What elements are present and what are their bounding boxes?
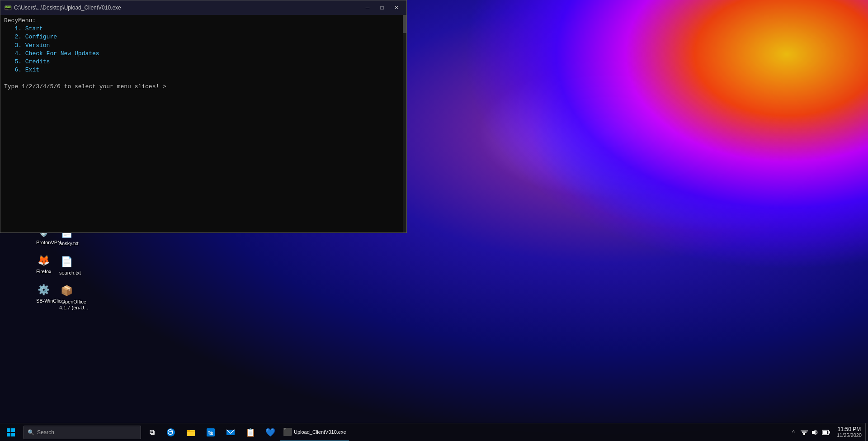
battery-icon <box>822 430 830 435</box>
menu-item-5: 5. Credits <box>4 58 403 66</box>
store-icon: 🛍 <box>206 428 215 437</box>
desktop-icon-openoffice[interactable]: 📦 OpenOffice4.1.7 (en-U... <box>57 282 93 313</box>
menu-item-2: 2. Configure <box>4 33 403 41</box>
explorer-icon <box>186 428 195 437</box>
svg-marker-13 <box>812 430 816 435</box>
tray-battery-icon[interactable] <box>821 423 831 441</box>
taskbar-pin-mail[interactable] <box>221 423 241 441</box>
console-output: RecyMenu: 1. Start 2. Configure 3. Versi… <box>4 17 403 91</box>
minimize-button[interactable]: ─ <box>361 3 374 12</box>
clock-date: 11/25/2020 <box>837 432 862 438</box>
menu-label: RecyMenu: <box>4 17 403 25</box>
svg-text:🛍: 🛍 <box>208 430 213 436</box>
svg-rect-3 <box>11 433 15 436</box>
taskbar-pin-explorer[interactable] <box>181 423 201 441</box>
console-body[interactable]: RecyMenu: 1. Start 2. Configure 3. Versi… <box>0 15 406 232</box>
show-desktop-button[interactable] <box>865 423 868 441</box>
console-taskbar-label: Upload_ClientV010.exe <box>294 429 346 435</box>
taskbar: 🔍 Search ⧉ 🛍 <box>0 423 868 441</box>
menu-item-4: 4. Check For New Updates <box>4 50 403 58</box>
clock-area[interactable]: 11:50 PM 11/25/2020 <box>833 423 865 441</box>
volume-icon <box>811 429 819 436</box>
menu-item-3: 3. Version <box>4 42 403 50</box>
console-window: 📟 C:\Users\...\Desktop\Upload_ClientV010… <box>0 0 407 233</box>
console-titlebar: 📟 C:\Users\...\Desktop\Upload_ClientV010… <box>0 0 406 15</box>
firefox-icon: 🦊 <box>36 253 51 268</box>
close-button[interactable]: ✕ <box>390 3 403 12</box>
task-view-button[interactable]: ⧉ <box>143 423 161 441</box>
taskbar-pin-edge[interactable] <box>161 423 181 441</box>
edge-icon <box>166 428 175 437</box>
svg-rect-1 <box>11 428 15 432</box>
console-app-icon: 📟 <box>4 4 11 11</box>
scrollbar-thumb <box>403 15 406 33</box>
console-taskbar-icon: ⬛ <box>283 427 292 436</box>
desktop-icon-searchtext[interactable]: 📄 search.txt <box>57 253 93 278</box>
taskbar-pin-todo[interactable]: 📋 <box>241 423 260 441</box>
svg-rect-15 <box>829 431 830 433</box>
menu-item-6: 6. Exit <box>4 66 403 74</box>
menu-item-1: 1. Start <box>4 25 403 33</box>
search-placeholder: Search <box>37 429 54 436</box>
window-controls: ─ □ ✕ <box>361 3 403 12</box>
anskytext-label: ansky.txt <box>59 241 79 247</box>
searchtext-icon: 📄 <box>59 255 74 269</box>
tray-chevron[interactable]: ^ <box>788 423 799 441</box>
taskbar-pin-store[interactable]: 🛍 <box>201 423 221 441</box>
tray-network-icon[interactable] <box>799 423 810 441</box>
svg-rect-12 <box>801 430 808 432</box>
firefox-label: Firefox <box>36 269 52 275</box>
mail-icon <box>226 428 235 437</box>
taskbar-open-console[interactable]: ⬛ Upload_ClientV010.exe <box>280 423 349 441</box>
tray-volume-icon[interactable] <box>810 423 821 441</box>
start-button[interactable] <box>0 423 22 441</box>
svg-rect-10 <box>803 433 805 435</box>
system-tray: ^ <box>786 423 833 441</box>
sbwin-icon: ⚙️ <box>36 283 51 297</box>
console-title-text: C:\Users\...\Desktop\Upload_ClientV010.e… <box>14 5 361 11</box>
svg-rect-16 <box>822 431 827 434</box>
menu-blank <box>4 74 403 82</box>
taskbar-pinned-apps: 🛍 📋 💙 <box>161 423 280 441</box>
svg-rect-11 <box>802 432 807 433</box>
taskbar-search[interactable]: 🔍 Search <box>24 426 141 439</box>
searchtext-label: search.txt <box>59 270 81 276</box>
desktop-icons-second-col: 🛡️ ProtonVPN 📄 ansky.txt 🦊 Firefox 📄 sea… <box>32 222 77 423</box>
windows-icon <box>7 428 15 436</box>
network-icon <box>801 429 808 436</box>
clock-time: 11:50 PM <box>838 426 861 432</box>
taskbar-pin-vscode[interactable]: 💙 <box>260 423 280 441</box>
openoffice-label: OpenOffice4.1.7 (en-U... <box>59 299 88 311</box>
search-icon: 🔍 <box>28 429 34 436</box>
console-scrollbar[interactable] <box>403 15 406 232</box>
svg-rect-6 <box>187 430 190 432</box>
maximize-button[interactable]: □ <box>376 3 388 12</box>
menu-prompt: Type 1/2/3/4/5/6 to select your menu sli… <box>4 83 403 91</box>
openoffice-icon: 📦 <box>59 284 74 298</box>
svg-rect-2 <box>7 433 10 436</box>
svg-rect-0 <box>7 428 10 432</box>
